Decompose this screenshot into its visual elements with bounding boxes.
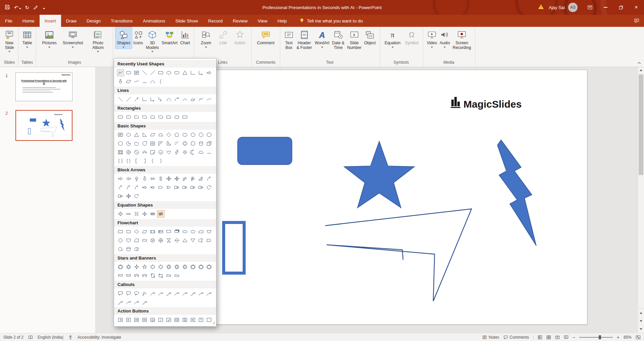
shape-roundrect-icon[interactable] (125, 113, 132, 121)
shape-line2-icon[interactable] (141, 69, 148, 76)
tell-me-box[interactable]: Tell me what you want to do (299, 15, 363, 27)
shape-actsound-icon[interactable] (189, 316, 197, 324)
shape-rectcallout-icon[interactable] (117, 290, 124, 297)
shape-offpage-icon[interactable] (125, 237, 132, 244)
shape-eqminus-icon[interactable] (125, 210, 132, 218)
shape-snip2-icon[interactable] (141, 113, 148, 121)
shape-acthome-icon[interactable] (149, 316, 156, 324)
shape-para-icon[interactable] (149, 131, 156, 138)
shape-eqnotequal-icon[interactable] (157, 210, 164, 218)
shape-lineco1c-icon[interactable] (125, 298, 132, 306)
shape-rect-icon[interactable] (117, 113, 124, 121)
shape-teardrop-icon[interactable] (141, 140, 148, 147)
shape-arrowR-icon[interactable] (205, 69, 213, 76)
shape-textbox-icon[interactable] (117, 131, 124, 138)
date-time-button[interactable]: Date & Time (331, 27, 346, 51)
fit-to-window-icon[interactable] (636, 335, 641, 340)
tab-help[interactable]: Help (273, 15, 292, 27)
shape-lineco2a-icon[interactable] (181, 290, 189, 297)
tab-draw[interactable]: Draw (61, 15, 82, 27)
shape-uturn-icon[interactable] (189, 175, 197, 182)
shape-eqdiv-icon[interactable] (141, 210, 148, 218)
shape-snip1-icon[interactable] (133, 113, 140, 121)
shape-star4-icon[interactable] (133, 263, 140, 271)
shape-halfframe-icon[interactable] (157, 140, 164, 147)
shape-elbowarrow-icon[interactable] (149, 96, 156, 103)
shape-heart-icon[interactable] (165, 149, 172, 156)
shape-elbow-icon[interactable] (189, 69, 197, 76)
shape-star7-icon[interactable] (157, 263, 164, 271)
shape-actforward-icon[interactable] (125, 316, 132, 324)
shape-cloud-icon[interactable] (197, 149, 205, 156)
shape-acthelp-icon[interactable] (197, 316, 205, 324)
shape-bentup-icon[interactable] (197, 175, 205, 182)
shape-actback-icon[interactable] (117, 316, 124, 324)
link-button[interactable]: Link (215, 27, 231, 46)
slide-sorter-view-button[interactable] (546, 335, 551, 340)
shape-lineco3-icon[interactable] (165, 290, 172, 297)
shape-predef-icon[interactable] (149, 228, 156, 235)
shape-wave-icon[interactable] (165, 272, 172, 279)
tab-file[interactable]: File (0, 15, 17, 27)
shape-tri-icon[interactable] (133, 131, 140, 138)
shape-curve-icon[interactable] (149, 78, 156, 85)
shape-orshape-icon[interactable] (157, 237, 164, 244)
shape-dodec-icon[interactable] (117, 140, 124, 147)
screenshot-button[interactable]: Screenshot (60, 27, 86, 49)
shape-roundcallout-icon[interactable] (125, 290, 132, 297)
shape-rect2-icon[interactable] (181, 113, 189, 121)
zoom-slider[interactable] (579, 337, 613, 338)
shape-star32-icon[interactable] (205, 263, 213, 271)
shape-linearrow-icon[interactable] (133, 96, 140, 103)
shape-curve-icon[interactable] (165, 96, 172, 103)
shape-chord-icon[interactable] (133, 140, 140, 147)
shape-bracketpair-icon[interactable] (117, 157, 124, 165)
comments-button[interactable]: Comments (503, 335, 529, 340)
shape-rtri-icon[interactable] (141, 131, 148, 138)
shape-cross-icon[interactable] (181, 140, 189, 147)
photo-album-button[interactable]: Photo Album (86, 27, 110, 53)
icons-button[interactable]: Icons (132, 27, 145, 46)
shape-manualin-icon[interactable] (197, 228, 205, 235)
action-button[interactable]: Action (231, 27, 249, 46)
shape-pentarrow-icon[interactable] (157, 184, 164, 191)
shape-can-icon[interactable] (197, 140, 205, 147)
rounded-rectangle-shape[interactable] (238, 137, 292, 165)
shape-decision-icon[interactable] (133, 228, 140, 235)
shape-curvedD-icon[interactable] (133, 184, 140, 191)
tab-review[interactable]: Review (228, 15, 253, 27)
shape-merge-icon[interactable] (189, 237, 197, 244)
shape-arc-icon[interactable] (141, 78, 148, 85)
accessibility-status[interactable]: Accessibility: Investigate (78, 335, 121, 340)
shape-curvedU-icon[interactable] (125, 184, 132, 191)
shape-dec-icon[interactable] (205, 131, 213, 138)
shape-line-icon[interactable] (125, 96, 132, 103)
shape-freeform-icon[interactable] (117, 69, 124, 76)
shape-donut-icon[interactable] (125, 149, 132, 156)
collapse-ribbon-button[interactable] (637, 60, 641, 66)
shape-elbowarrow2-icon[interactable] (157, 96, 164, 103)
shape-cloudcallout-icon[interactable] (141, 290, 148, 297)
shape-arrowR-icon[interactable] (117, 175, 124, 182)
undo-button[interactable]: ↶ (14, 5, 21, 10)
shape-arrowU-icon[interactable] (133, 175, 140, 182)
shape-snipdiag-icon[interactable] (157, 113, 164, 121)
shape-explosion1-icon[interactable] (117, 263, 124, 271)
shape-freeform2-icon[interactable] (189, 96, 197, 103)
minimize-button[interactable] (598, 0, 613, 15)
shape-cube-icon[interactable] (205, 140, 213, 147)
shape-lineco2c-icon[interactable] (133, 298, 140, 306)
shape-extract-icon[interactable] (181, 237, 189, 244)
shape-line-icon[interactable] (149, 69, 156, 76)
shape-sortshape-icon[interactable] (173, 237, 181, 244)
shape-actinfo-icon[interactable] (157, 316, 164, 324)
shape-round1-icon[interactable] (165, 113, 172, 121)
shape-star16-icon[interactable] (189, 263, 197, 271)
shape-actmovie-icon[interactable] (173, 316, 181, 324)
scroll-up-button[interactable] (638, 67, 644, 73)
shape-terminator-icon[interactable] (181, 228, 189, 235)
shape-prep-icon[interactable] (189, 228, 197, 235)
shape-freeform-icon[interactable] (197, 96, 205, 103)
shape-doublewave-icon[interactable] (173, 272, 181, 279)
zoom-button[interactable]: Zoom (197, 27, 215, 49)
